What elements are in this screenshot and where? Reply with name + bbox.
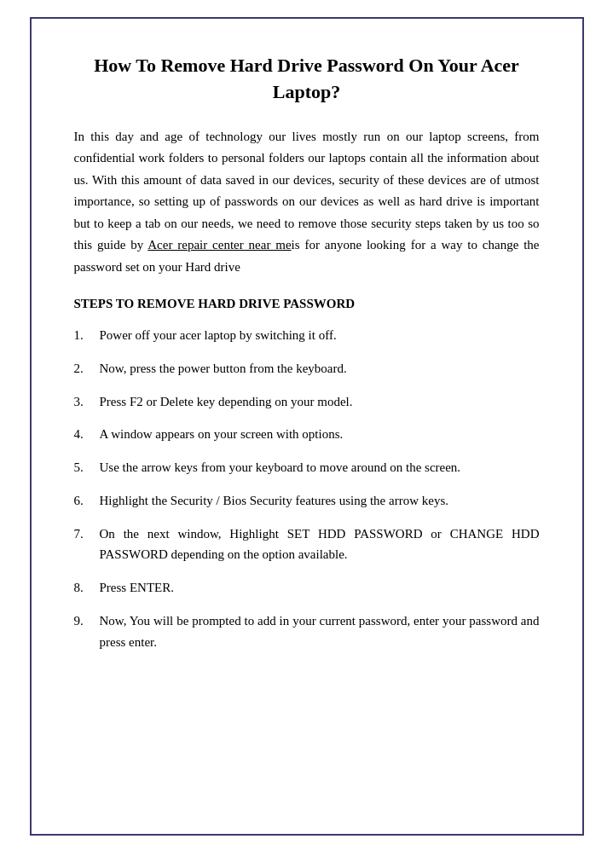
step-number: 3. xyxy=(74,391,100,413)
intro-text-before-link: In this day and age of technology our li… xyxy=(74,130,540,252)
page-container: How To Remove Hard Drive Password On You… xyxy=(0,0,613,868)
list-item: 2.Now, press the power button from the k… xyxy=(74,358,540,379)
list-item: 5.Use the arrow keys from your keyboard … xyxy=(74,457,540,478)
card: How To Remove Hard Drive Password On You… xyxy=(30,17,584,836)
intro-paragraph: In this day and age of technology our li… xyxy=(74,126,540,279)
list-item: 9.Now, You will be prompted to add in yo… xyxy=(74,610,540,653)
step-number: 8. xyxy=(74,577,100,599)
step-text: Now, You will be prompted to add in your… xyxy=(100,610,540,653)
list-item: 8.Press ENTER. xyxy=(74,577,540,599)
list-item: 4.A window appears on your screen with o… xyxy=(74,424,540,445)
step-text: Highlight the Security / Bios Security f… xyxy=(100,490,540,512)
step-text: Press ENTER. xyxy=(100,577,540,599)
step-number: 4. xyxy=(74,424,100,445)
step-number: 1. xyxy=(74,325,100,346)
step-text: Now, press the power button from the key… xyxy=(100,358,540,379)
list-item: 7.On the next window, Highlight SET HDD … xyxy=(74,524,540,566)
step-text: A window appears on your screen with opt… xyxy=(100,424,540,445)
step-text: Power off your acer laptop by switching … xyxy=(100,325,540,346)
step-number: 9. xyxy=(74,610,100,632)
list-item: 6.Highlight the Security / Bios Security… xyxy=(74,490,540,512)
step-text: Use the arrow keys from your keyboard to… xyxy=(100,457,540,478)
list-item: 1.Power off your acer laptop by switchin… xyxy=(74,325,540,346)
acer-repair-link[interactable]: Acer repair center near me xyxy=(147,238,291,252)
step-text: On the next window, Highlight SET HDD PA… xyxy=(100,524,540,566)
page-title: How To Remove Hard Drive Password On You… xyxy=(74,53,540,106)
step-number: 2. xyxy=(74,358,100,379)
section-heading: STEPS TO REMOVE HARD DRIVE PASSWORD xyxy=(74,297,540,311)
list-item: 3.Press F2 or Delete key depending on yo… xyxy=(74,391,540,413)
step-text: Press F2 or Delete key depending on your… xyxy=(100,391,540,413)
step-number: 6. xyxy=(74,490,100,512)
step-number: 5. xyxy=(74,457,100,478)
steps-list: 1.Power off your acer laptop by switchin… xyxy=(74,325,540,652)
step-number: 7. xyxy=(74,524,100,545)
